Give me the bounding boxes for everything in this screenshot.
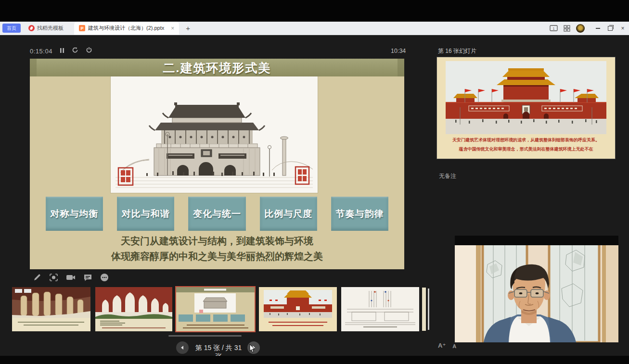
thumbnail-strip-edge: [428, 289, 429, 330]
principle-box-contrast: 对比与和谐: [117, 197, 174, 231]
presenter-webcam-video: [455, 236, 618, 342]
font-decrease-icon[interactable]: A: [452, 343, 456, 349]
principle-buttons-row: 对称与均衡 对比与和谐 变化与统一 比例与尺度 节奏与韵律: [46, 197, 388, 231]
previous-slide-button[interactable]: [176, 341, 189, 354]
window-close-button[interactable]: ×: [616, 22, 629, 35]
current-time: 10:34: [391, 48, 406, 54]
tab-bar: 首页 找稻壳模板 P 建筑与环境设计（北海）(2).pptx × + 1 ×: [0, 22, 629, 35]
slide-title: 二.建筑环境形式美: [30, 60, 404, 76]
wps-presentation-icon: P: [79, 25, 85, 31]
tab-docer-label: 找稻壳模板: [37, 25, 64, 32]
thumbnail-slide-16[interactable]: [259, 287, 337, 331]
timer-controls: 0:15:04: [30, 47, 92, 55]
minimize-button[interactable]: [591, 22, 604, 35]
thumbnail-scrollbar[interactable]: [168, 335, 242, 337]
elapsed-timer: 0:15:04: [30, 48, 52, 55]
reset-timer-icon[interactable]: [72, 47, 78, 55]
thumbnail-slide-17[interactable]: [341, 287, 419, 331]
docer-icon: [28, 25, 35, 31]
maximize-button[interactable]: [604, 22, 616, 35]
thumbnail-slide-13[interactable]: [12, 287, 90, 331]
tiananmen-photo: [446, 61, 606, 134]
more-options-icon[interactable]: [100, 273, 109, 284]
thumbnail-slide-18-partial[interactable]: [422, 288, 426, 331]
slide-caption-line-1: 天安门从建筑设计与结构，到建筑装饰与环境: [30, 235, 404, 248]
laser-pointer-icon[interactable]: [49, 273, 58, 284]
font-increase-icon[interactable]: A⁺: [438, 342, 446, 349]
tab-home[interactable]: 首页: [2, 24, 21, 33]
power-icon[interactable]: [86, 47, 92, 55]
pen-icon[interactable]: [33, 273, 41, 284]
tab-document[interactable]: P 建筑与环境设计（北海）(2).pptx ×: [74, 22, 179, 35]
principle-box-variation: 变化与统一: [188, 197, 245, 231]
principle-box-rhythm: 节奏与韵律: [331, 197, 388, 231]
annotation-toolbar: [33, 273, 109, 284]
tab-close-icon[interactable]: ×: [171, 25, 174, 32]
principle-box-symmetry: 对称与均衡: [46, 197, 103, 231]
grid-view-icon[interactable]: [564, 25, 570, 32]
thumbnail-slide-15-current[interactable]: [176, 287, 255, 331]
pause-icon[interactable]: [60, 47, 64, 55]
thumbnail-slide-14[interactable]: [95, 287, 172, 331]
mouse-cursor: [249, 344, 256, 355]
tab-docer[interactable]: 找稻壳模板: [28, 25, 64, 32]
letterbox-bottom: [0, 356, 629, 364]
camera-icon[interactable]: [66, 274, 76, 283]
preview-caption-line-2: 蕴含中国传统文化和审美理念，形式美法则在整体建筑环境上无处不在: [437, 146, 615, 152]
user-avatar[interactable]: [576, 24, 585, 33]
slide-caption-line-2: 体现雍容醇厚的中和之美与美华丽热烈的辉煌之美: [30, 250, 404, 263]
comment-icon[interactable]: [83, 274, 92, 284]
preview-caption-line-1: 天安门建筑艺术体现对理想环境的追求，从建筑整体到细部装饰的呼应关系。: [437, 137, 615, 143]
next-slide-preview: 天安门建筑艺术体现对理想环境的追求，从建筑整体到细部装饰的呼应关系。 蕴含中国传…: [437, 57, 615, 159]
notes-font-controls: A⁺ A: [438, 342, 456, 349]
next-slide-header: 第 16 张幻灯片: [438, 47, 476, 55]
svg-text:1: 1: [553, 27, 555, 30]
speaker-notes: 无备注: [439, 172, 456, 180]
slide-stage[interactable]: 二.建筑环境形式美: [30, 59, 404, 269]
tiananmen-engraving-image: [111, 76, 318, 193]
principle-box-proportion: 比例与尺度: [260, 197, 317, 231]
screen: 首页 找稻壳模板 P 建筑与环境设计（北海）(2).pptx × + 1 × 0…: [0, 0, 629, 364]
new-tab-button[interactable]: +: [186, 24, 190, 32]
tab-document-label: 建筑与环境设计（北海）(2).pptx: [88, 25, 164, 32]
page-view-icon[interactable]: 1: [550, 25, 558, 31]
